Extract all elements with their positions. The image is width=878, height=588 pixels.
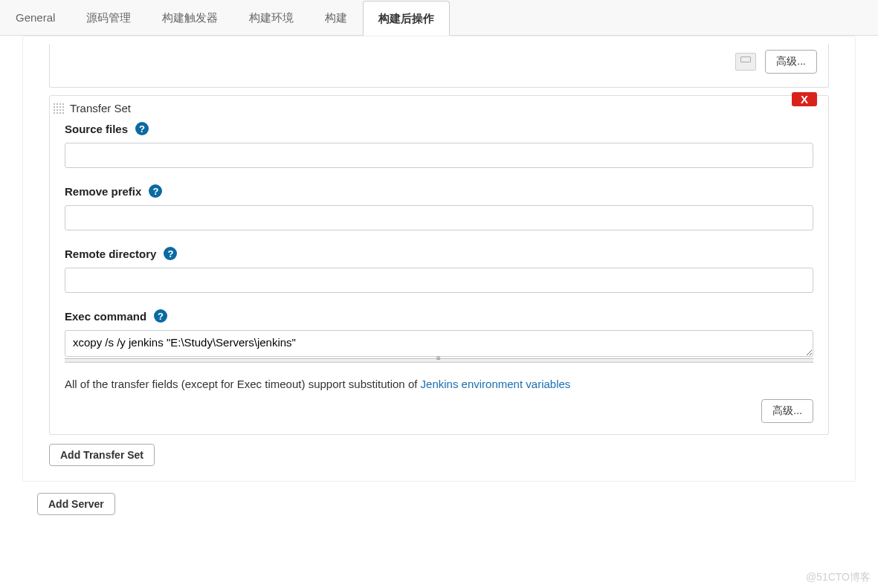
tab-post-build[interactable]: 构建后操作 (363, 1, 450, 36)
help-icon[interactable]: ? (154, 309, 167, 323)
tab-scm[interactable]: 源码管理 (71, 0, 146, 35)
help-icon[interactable]: ? (149, 184, 162, 198)
resize-handle[interactable] (65, 358, 813, 363)
exec-command-row: Exec command ? (65, 309, 813, 363)
tab-triggers[interactable]: 构建触发器 (146, 0, 233, 35)
tab-general[interactable]: General (0, 0, 71, 35)
drag-handle-icon[interactable] (53, 103, 65, 114)
add-server-row: Add Server (37, 493, 856, 515)
remove-prefix-label: Remove prefix ? (65, 184, 813, 198)
remote-directory-label: Remote directory ? (65, 247, 813, 260)
config-tabs: General 源码管理 构建触发器 构建环境 构建 构建后操作 (0, 0, 878, 36)
exec-command-label: Exec command ? (65, 309, 813, 323)
transfer-set-section: X Transfer Set Source files ? Remove pre… (49, 95, 829, 435)
remote-directory-row: Remote directory ? (65, 247, 813, 293)
source-files-input[interactable] (65, 143, 813, 168)
transfer-set-title: Transfer Set (70, 102, 131, 114)
help-icon[interactable]: ? (135, 122, 149, 135)
publisher-block: 高级... X Transfer Set Source files ? (22, 36, 856, 482)
add-transfer-set-button[interactable]: Add Transfer Set (49, 444, 155, 466)
transfer-set-form: Source files ? Remove prefix ? Remote di… (50, 114, 828, 434)
advanced-row: 高级... (65, 399, 813, 423)
remove-prefix-input[interactable] (65, 205, 813, 230)
exec-command-label-text: Exec command (65, 310, 146, 323)
transfer-set-header: Transfer Set (50, 96, 828, 114)
info-prefix: All of the transfer fields (except for E… (65, 378, 421, 390)
remote-directory-label-text: Remote directory (65, 248, 156, 260)
add-transfer-row: Add Transfer Set (49, 444, 829, 466)
source-files-label-text: Source files (65, 123, 128, 135)
clipboard-icon (735, 53, 756, 71)
add-server-button[interactable]: Add Server (37, 493, 115, 515)
exec-command-input[interactable] (65, 330, 813, 357)
remote-directory-input[interactable] (65, 268, 813, 293)
content-area: 高级... X Transfer Set Source files ? (0, 36, 878, 523)
previous-advanced-button[interactable]: 高级... (765, 50, 817, 74)
tab-build[interactable]: 构建 (309, 0, 363, 35)
transfer-info-text: All of the transfer fields (except for E… (65, 378, 813, 390)
source-files-label: Source files ? (65, 122, 813, 135)
help-icon[interactable]: ? (164, 247, 177, 260)
transfer-advanced-button[interactable]: 高级... (761, 399, 813, 423)
remove-prefix-label-text: Remove prefix (65, 185, 141, 198)
remove-prefix-row: Remove prefix ? (65, 184, 813, 230)
delete-transfer-set-button[interactable]: X (792, 92, 817, 106)
tab-build-env[interactable]: 构建环境 (233, 0, 309, 35)
previous-section-footer: 高级... (49, 44, 829, 88)
jenkins-env-vars-link[interactable]: Jenkins environment variables (421, 378, 571, 390)
source-files-row: Source files ? (65, 122, 813, 168)
